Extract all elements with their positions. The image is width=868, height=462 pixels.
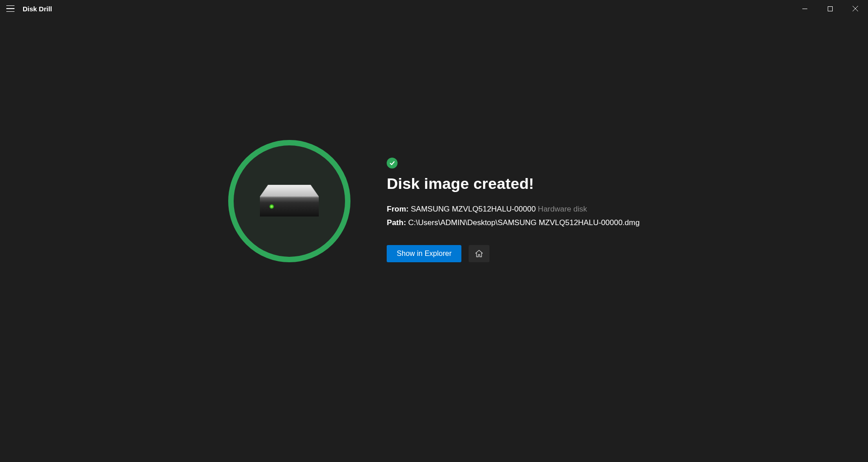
result-heading: Disk image created! xyxy=(387,175,639,192)
minimize-icon xyxy=(802,6,807,11)
content-area: Disk image created! From: SAMSUNG MZVLQ5… xyxy=(0,17,868,462)
path-row: Path: C:\Users\ADMIN\Desktop\SAMSUNG MZV… xyxy=(387,216,639,230)
info-column: Disk image created! From: SAMSUNG MZVLQ5… xyxy=(387,158,639,262)
show-in-explorer-button[interactable]: Show in Explorer xyxy=(387,245,461,262)
minimize-button[interactable] xyxy=(792,0,817,17)
check-icon xyxy=(389,160,395,166)
app-title: Disk Drill xyxy=(23,5,52,13)
svg-marker-4 xyxy=(260,185,319,197)
hamburger-icon[interactable] xyxy=(6,4,16,14)
svg-rect-0 xyxy=(802,9,807,9)
from-label: From: xyxy=(387,205,408,213)
home-icon xyxy=(475,249,484,258)
home-button[interactable] xyxy=(469,245,489,262)
hard-drive-icon xyxy=(260,185,319,217)
path-label: Path: xyxy=(387,218,406,227)
maximize-button[interactable] xyxy=(817,0,843,17)
svg-rect-5 xyxy=(260,197,319,217)
svg-point-7 xyxy=(269,204,274,209)
from-row: From: SAMSUNG MZVLQ512HALU-00000 Hardwar… xyxy=(387,202,639,216)
success-check-badge xyxy=(387,158,398,168)
action-buttons: Show in Explorer xyxy=(387,245,639,262)
path-value: C:\Users\ADMIN\Desktop\SAMSUNG MZVLQ512H… xyxy=(408,218,640,227)
from-type: Hardware disk xyxy=(538,205,587,213)
result-row: Disk image created! From: SAMSUNG MZVLQ5… xyxy=(228,158,639,262)
close-icon xyxy=(853,6,858,11)
from-value: SAMSUNG MZVLQ512HALU-00000 xyxy=(411,205,536,213)
close-button[interactable] xyxy=(843,0,868,17)
maximize-icon xyxy=(828,6,833,11)
svg-rect-6 xyxy=(260,197,319,197)
disk-badge xyxy=(228,140,350,262)
titlebar: Disk Drill xyxy=(0,0,868,17)
titlebar-left: Disk Drill xyxy=(6,4,52,14)
svg-rect-1 xyxy=(828,6,832,11)
window-controls xyxy=(792,0,868,17)
